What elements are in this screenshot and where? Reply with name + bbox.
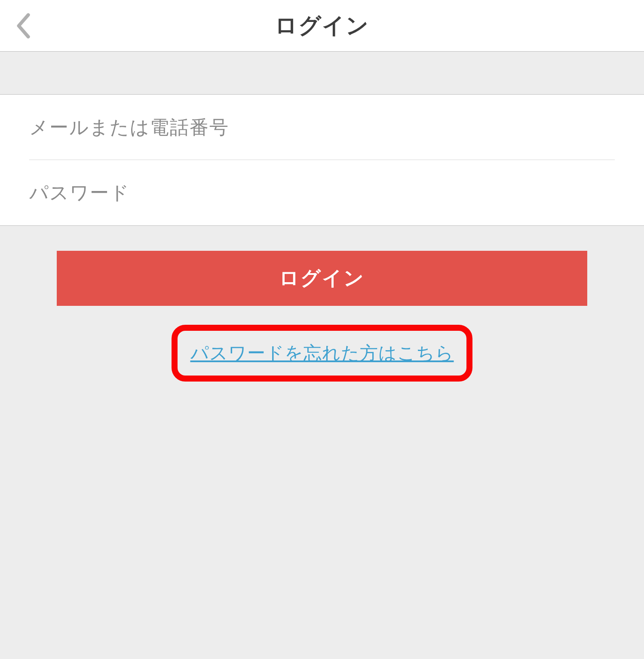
chevron-left-icon xyxy=(15,12,31,40)
email-field[interactable] xyxy=(29,117,615,138)
password-input-wrapper xyxy=(29,160,615,225)
forgot-password-link[interactable]: パスワードを忘れた方はこちら xyxy=(190,341,454,365)
header-spacer xyxy=(0,52,644,95)
forgot-password-highlight: パスワードを忘れた方はこちら xyxy=(172,325,472,382)
email-input-wrapper xyxy=(29,95,615,160)
back-button[interactable] xyxy=(12,9,34,43)
page-title: ログイン xyxy=(0,11,644,41)
action-section: ログイン パスワードを忘れた方はこちら xyxy=(0,226,644,382)
login-form xyxy=(0,95,644,226)
header: ログイン xyxy=(0,0,644,52)
password-field[interactable] xyxy=(29,182,615,203)
login-button[interactable]: ログイン xyxy=(57,251,587,306)
